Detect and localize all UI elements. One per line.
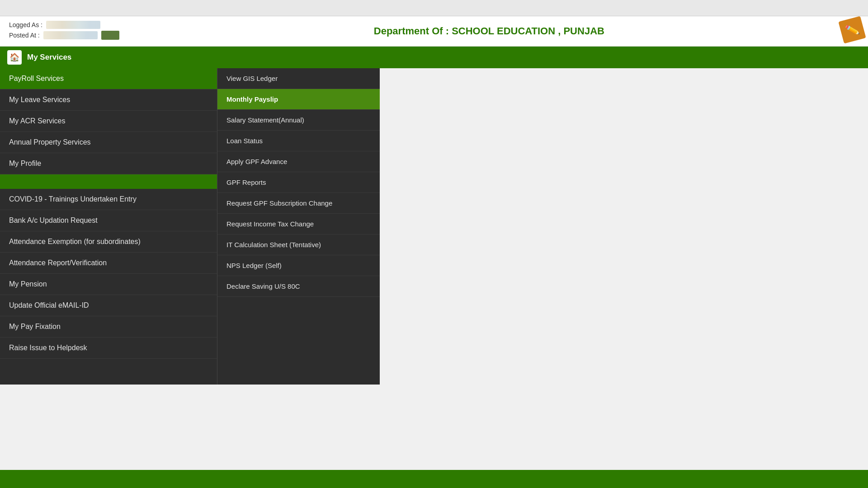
sidebar-label-bank: Bank A/c Updation Request <box>9 216 98 225</box>
sidebar-item-attendance-exemption[interactable]: Attendance Exemption (for subordinates) <box>0 231 217 253</box>
sidebar-label-pay-fixation: My Pay Fixation <box>9 323 61 331</box>
sidebar-item-profile[interactable]: My Profile <box>0 153 217 174</box>
submenu-label-gpf-reports: GPF Reports <box>226 178 266 186</box>
sidebar-item-attendance-report[interactable]: Attendance Report/Verification <box>0 253 217 274</box>
submenu-label-gis-ledger: View GIS Ledger <box>226 75 278 82</box>
sidebar-label-pension: My Pension <box>9 280 47 288</box>
logged-as-label: Logged As : <box>9 21 42 28</box>
submenu-item-loan-status[interactable]: Loan Status <box>217 131 380 151</box>
submenu-item-salary-statement[interactable]: Salary Statement(Annual) <box>217 110 380 131</box>
logged-info: Logged As : Posted At : <box>9 21 119 42</box>
sidebar-item-email[interactable]: Update Official eMAIL-ID <box>0 295 217 316</box>
sidebar-label-acr: My ACR Services <box>9 117 65 125</box>
submenu-item-declare-saving[interactable]: Declare Saving U/S 80C <box>217 276 380 297</box>
browser-bar <box>0 0 868 16</box>
sidebar-label-leave: My Leave Services <box>9 96 70 104</box>
sidebar-label-attendance-report: Attendance Report/Verification <box>9 259 107 267</box>
submenu-label-salary-statement: Salary Statement(Annual) <box>226 116 304 124</box>
sidebar-item-covid[interactable]: COVID-19 - Trainings Undertaken Entry <box>0 189 217 210</box>
sidebar-label-profile: My Profile <box>9 160 41 168</box>
home-icon[interactable]: 🏠 <box>7 50 22 65</box>
submenu-label-apply-gpf: Apply GPF Advance <box>226 158 287 165</box>
menu-container: PayRoll Services My Leave Services My AC… <box>0 68 868 385</box>
posted-at-row: Posted At : <box>9 31 119 40</box>
submenu-item-request-gpf[interactable]: Request GPF Subscription Change <box>217 193 380 214</box>
logged-as-row: Logged As : <box>9 21 119 29</box>
sidebar-label-covid: COVID-19 - Trainings Undertaken Entry <box>9 195 137 203</box>
sidebar-item-bank[interactable]: Bank A/c Updation Request <box>0 210 217 231</box>
nav-title: My Services <box>27 53 71 62</box>
submenu-label-nps-ledger: NPS Ledger (Self) <box>226 262 282 269</box>
header: Logged As : Posted At : Department Of : … <box>0 16 868 47</box>
submenu-label-request-gpf: Request GPF Subscription Change <box>226 199 332 207</box>
submenu-item-nps-ledger[interactable]: NPS Ledger (Self) <box>217 255 380 276</box>
submenu-item-apply-gpf[interactable]: Apply GPF Advance <box>217 151 380 172</box>
sidebar-label-email: Update Official eMAIL-ID <box>9 301 89 310</box>
logged-as-value <box>46 21 100 29</box>
bottom-green-bar <box>0 470 868 488</box>
top-right-icon-area: ✏️ <box>841 19 863 41</box>
sidebar-item-payroll[interactable]: PayRoll Services <box>0 68 217 89</box>
middle-green-bar <box>0 174 217 189</box>
posted-at-extra <box>101 31 119 40</box>
submenu-label-it-calculation: IT Calculation Sheet (Tentative) <box>226 241 321 249</box>
posted-at-value <box>43 31 98 39</box>
sidebar-label-helpdesk: Raise Issue to Helpdesk <box>9 344 87 352</box>
submenu-item-income-tax[interactable]: Request Income Tax Change <box>217 214 380 235</box>
sidebar-item-property[interactable]: Annual Property Services <box>0 132 217 153</box>
submenu-label-loan-status: Loan Status <box>226 137 263 145</box>
pencil-icon: ✏️ <box>838 16 866 43</box>
sidebar-label-attendance-exemption: Attendance Exemption (for subordinates) <box>9 238 141 246</box>
dept-prefix: Department Of : <box>374 25 452 37</box>
sidebar-label-property: Annual Property Services <box>9 138 91 146</box>
sidebar-label-payroll: PayRoll Services <box>9 75 64 83</box>
posted-at-label: Posted At : <box>9 32 40 39</box>
sidebar-item-acr[interactable]: My ACR Services <box>0 111 217 132</box>
sidebar-menu: PayRoll Services My Leave Services My AC… <box>0 68 217 385</box>
submenu-label-declare-saving: Declare Saving U/S 80C <box>226 282 300 290</box>
sidebar-item-helpdesk[interactable]: Raise Issue to Helpdesk <box>0 338 217 359</box>
sidebar-item-leave[interactable]: My Leave Services <box>0 89 217 111</box>
submenu-item-monthly-payslip[interactable]: Monthly Payslip <box>217 89 380 110</box>
submenu-label-income-tax: Request Income Tax Change <box>226 220 314 228</box>
dept-name: SCHOOL EDUCATION , PUNJAB <box>452 25 604 37</box>
submenu-item-gpf-reports[interactable]: GPF Reports <box>217 172 380 193</box>
submenu-label-monthly-payslip: Monthly Payslip <box>226 95 278 103</box>
nav-bar: 🏠 My Services <box>0 47 868 68</box>
submenu-item-it-calculation[interactable]: IT Calculation Sheet (Tentative) <box>217 235 380 255</box>
submenu: View GIS Ledger Monthly Payslip Salary S… <box>217 68 380 385</box>
dept-title: Department Of : SCHOOL EDUCATION , PUNJA… <box>119 25 859 37</box>
submenu-item-gis-ledger[interactable]: View GIS Ledger <box>217 68 380 89</box>
sidebar-item-pension[interactable]: My Pension <box>0 274 217 295</box>
sidebar-item-pay-fixation[interactable]: My Pay Fixation <box>0 316 217 338</box>
